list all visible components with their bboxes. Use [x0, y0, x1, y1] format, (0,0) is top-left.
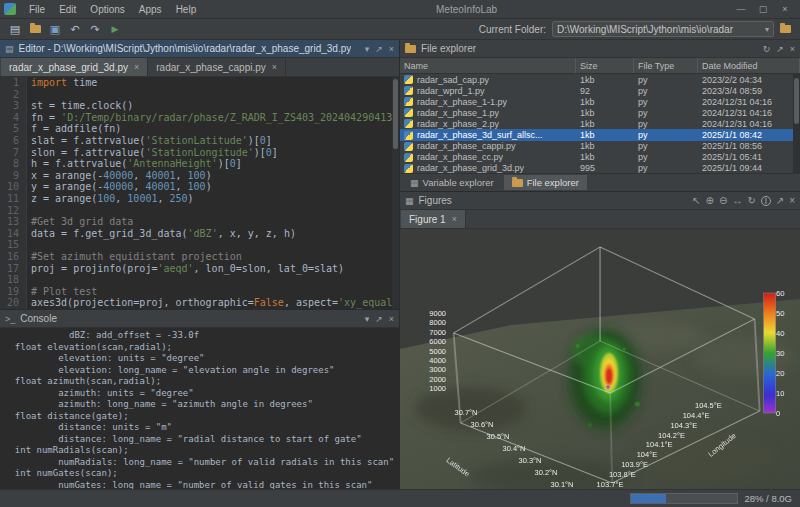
figure-tab[interactable]: Figure 1 × [401, 210, 466, 228]
column-header-size[interactable]: Size [576, 58, 634, 73]
menu-bar: FileEditOptionsAppsHelp MeteoInfoLab — ▢… [0, 0, 800, 19]
python-file-icon [404, 97, 413, 106]
new-script-button[interactable]: ▤ [6, 21, 24, 38]
close-panel-button[interactable]: × [389, 44, 394, 54]
run-script-button[interactable]: ▶ [106, 21, 124, 38]
close-panel-button[interactable]: × [389, 314, 394, 324]
line-number: 8 [0, 158, 27, 170]
file-row[interactable]: radar_x_phase_cappi.py1kbpy2025/1/1 08:5… [400, 141, 800, 152]
rotate-tool[interactable]: ↻ [747, 195, 755, 206]
file-row[interactable]: radar_x_phase_2.py1kbpy2024/12/31 04:16 [400, 118, 800, 129]
file-row[interactable]: radar_x_phase_1.py1kbpy2024/12/31 04:16 [400, 107, 800, 118]
chevron-down-icon[interactable]: ▾ [765, 25, 769, 34]
open-file-button[interactable] [26, 21, 44, 38]
float-panel-button[interactable]: ↗ [776, 44, 784, 54]
python-file-icon [404, 131, 413, 140]
close-tab-icon[interactable]: × [134, 62, 139, 72]
redo-button[interactable]: ↷ [86, 21, 104, 38]
code-line: 13#Get 3d grid data [0, 216, 399, 228]
tab-label: Variable explorer [423, 177, 494, 188]
close-panel-button[interactable]: × [789, 195, 795, 206]
file-date: 2025/1/1 05:41 [698, 152, 800, 162]
line-number: 3 [0, 100, 27, 112]
figures-panel-header[interactable]: ▦ Figures ↖⊕⊖↔↻i↗× [400, 192, 800, 210]
radar-3d-plot[interactable]: 90008000700060005000400030002000100030.7… [400, 229, 800, 489]
console-panel-header[interactable]: >_ Console ▾↗× [0, 310, 399, 328]
figure-tab-bar: Figure 1 × [400, 210, 800, 229]
close-tab-icon[interactable]: × [272, 62, 277, 72]
undo-button[interactable]: ↶ [66, 21, 84, 38]
memory-usage-label: 28% / 8.0G [744, 493, 792, 504]
menu-edit[interactable]: Edit [52, 2, 83, 17]
longitude-tick: 103.9°E [621, 460, 648, 469]
latitude-tick: 30.1°N [550, 480, 573, 489]
panel-tab-variable-explorer[interactable]: ▦Variable explorer [402, 175, 502, 190]
code-line: 11z = arange(100, 10001, 250) [0, 193, 399, 205]
identify-tool[interactable]: i [761, 196, 771, 206]
python-file-icon [404, 153, 413, 162]
file-size: 92 [576, 86, 634, 96]
line-number: 10 [0, 181, 27, 193]
menu-help[interactable]: Help [169, 2, 204, 17]
zoom-in-tool[interactable]: ⊕ [706, 195, 714, 206]
browse-folder-button[interactable] [776, 21, 794, 38]
float-panel-button[interactable]: ↗ [776, 195, 784, 206]
code-editor[interactable]: 1import time23st = time.clock()4fn = 'D:… [0, 77, 399, 309]
editor-tab[interactable]: radar_x_phase_grid_3d.py× [1, 58, 148, 76]
menu-options[interactable]: Options [83, 2, 131, 17]
float-panel-button[interactable]: ↗ [375, 44, 383, 54]
editor-tab[interactable]: radar_x_phase_cappi.py× [148, 58, 286, 76]
column-header-date[interactable]: Date Modified [698, 58, 800, 73]
file-row[interactable]: radar_x_phase_cc.py1kbpy2025/1/1 05:41 [400, 152, 800, 163]
file-table-scrollbar[interactable] [793, 74, 800, 173]
panel-tab-file-explorer[interactable]: File explorer [504, 175, 587, 190]
zoom-out-tool[interactable]: ⊖ [719, 195, 727, 206]
file-type: py [634, 86, 698, 96]
code-line: 3st = time.clock() [0, 100, 399, 112]
minimize-window-button[interactable]: — [730, 4, 752, 14]
longitude-tick: 104.5°E [695, 400, 722, 409]
latitude-tick: 30.6°N [470, 420, 493, 429]
current-folder-combobox[interactable]: D:\Working\MIScript\Jython\mis\io\radar … [552, 21, 774, 37]
file-size: 1kb [576, 152, 634, 162]
menu-file[interactable]: File [22, 2, 52, 17]
file-date: 2024/12/31 04:16 [698, 108, 800, 118]
latitude-tick: 30.4°N [502, 444, 525, 453]
file-row[interactable]: radar_x_phase_1-1.py1kbpy2024/12/31 04:1… [400, 96, 800, 107]
menu-apps[interactable]: Apps [132, 2, 169, 17]
minimize-panel-button[interactable]: ▾ [365, 314, 370, 324]
float-panel-button[interactable]: ↗ [375, 314, 383, 324]
close-figure-icon[interactable]: × [452, 214, 457, 224]
select-tool[interactable]: ↖ [692, 195, 700, 206]
file-row[interactable]: radar_sad_cap.py1kbpy2023/2/2 04:34 [400, 74, 800, 85]
file-name: radar_x_phase_3d_surf_allsc... [417, 130, 543, 140]
file-name: radar_x_phase_1-1.py [417, 97, 507, 107]
line-number: 19 [0, 286, 27, 298]
grid-icon: ▦ [410, 178, 419, 188]
column-header-name[interactable]: Name [400, 58, 576, 73]
save-button[interactable]: ▣ [46, 21, 64, 38]
column-header-type[interactable]: File Type [634, 58, 698, 73]
maximize-window-button[interactable]: ▢ [752, 4, 774, 14]
file-row[interactable]: radar_x_phase_grid_3d.py995py2025/1/1 09… [400, 163, 800, 173]
console-output[interactable]: dBZ: add_offset = -33.0f float elevation… [0, 328, 399, 489]
pan-tool[interactable]: ↔ [732, 195, 742, 206]
file-size: 1kb [576, 119, 634, 129]
file-explorer-header[interactable]: File explorer ↻↗× [400, 40, 800, 58]
editor-panel-header[interactable]: ▤ Editor - D:\Working\MIScript\Jython\mi… [0, 40, 399, 58]
file-row[interactable]: radar_x_phase_3d_surf_allsc...1kbpy2025/… [400, 129, 800, 140]
longitude-tick: 104°E [637, 450, 658, 459]
line-number: 1 [0, 77, 27, 89]
file-type: py [634, 97, 698, 107]
close-panel-button[interactable]: × [790, 44, 795, 54]
refresh-button[interactable]: ↻ [763, 44, 771, 54]
memory-usage-bar[interactable] [630, 493, 738, 504]
editor-scrollbar[interactable] [392, 77, 399, 309]
colorbar-tick: 10 [776, 389, 784, 398]
minimize-panel-button[interactable]: ▾ [365, 44, 370, 54]
close-window-button[interactable]: × [774, 4, 796, 14]
line-number: 16 [0, 251, 27, 263]
file-row[interactable]: radar_wprd_1.py92py2023/3/4 08:59 [400, 85, 800, 96]
line-number: 20 [0, 297, 27, 309]
file-name: radar_x_phase_cc.py [417, 152, 503, 162]
